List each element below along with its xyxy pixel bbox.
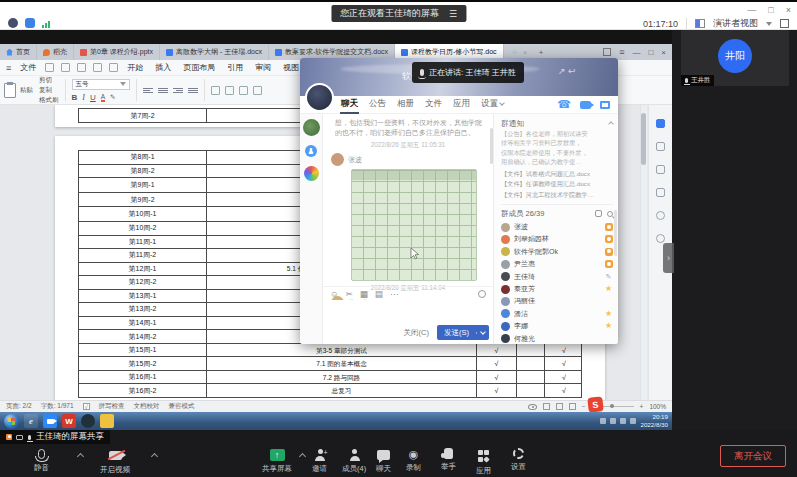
undo-icon[interactable] (93, 63, 102, 72)
wps-document-tab[interactable]: 第0章 课程介绍.pptx (74, 44, 160, 60)
zoom-level[interactable]: 100% (649, 403, 666, 410)
group-file-item[interactable]: 【文件】河北工程技术学院教学… (501, 190, 613, 200)
send-button[interactable]: 发送(S) (437, 325, 489, 340)
paste-icon[interactable] (4, 83, 16, 98)
ie-taskbar-icon[interactable]: e (24, 414, 38, 428)
group-session-avatar[interactable] (303, 119, 320, 136)
banner-menu-icon[interactable]: ☰ (449, 9, 457, 19)
paste-button[interactable]: 粘贴 (20, 86, 33, 95)
camera-options-caret[interactable] (151, 453, 158, 460)
history-icon[interactable] (656, 211, 665, 220)
ribbon-menu-item[interactable]: 审阅 (253, 61, 273, 74)
spreadsheet-image-message[interactable] (351, 169, 477, 281)
member-row[interactable]: 软件学院郭Ok (501, 246, 613, 258)
eye-protect-icon[interactable] (528, 404, 537, 410)
tray-icon[interactable] (620, 418, 626, 424)
shading-icon[interactable] (253, 86, 262, 95)
folder-taskbar-icon[interactable] (100, 414, 114, 428)
group-file-item[interactable]: 【文件】任课教师使用汇总.docx (501, 179, 613, 189)
record-button[interactable]: ◉ 录制 (406, 449, 421, 473)
chevron-down-icon[interactable] (766, 22, 772, 26)
comment-icon[interactable] (656, 119, 665, 128)
raise-hand-button[interactable]: 举手 (441, 448, 456, 472)
table-row[interactable]: 第16周-2 总复习 √ √ (79, 383, 581, 397)
pin-tab-icon[interactable]: ☆ (512, 48, 518, 56)
format-painter-button[interactable]: 格式刷 (39, 96, 59, 105)
meeting-taskbar-icon[interactable] (43, 414, 57, 428)
ribbon-menu-item[interactable]: 开始 (125, 61, 145, 74)
invite-button[interactable]: + 邀请 (312, 449, 327, 474)
chat-tab[interactable]: 相册 (396, 96, 415, 114)
message-input[interactable] (323, 300, 493, 320)
font-color-button[interactable]: A (101, 93, 105, 102)
close-tab-icon[interactable]: × (523, 49, 527, 56)
ribbon-menu-item[interactable]: 视图 (281, 61, 301, 74)
pen-icon[interactable] (656, 165, 665, 174)
rail-collapse-handle[interactable]: › (663, 243, 674, 273)
wps-taskbar-icon[interactable]: W (62, 414, 76, 428)
wps-document-tab[interactable]: 稻壳 (37, 44, 74, 60)
table-row[interactable]: 第16周-1 7.2 路与回路 √ √ (79, 370, 581, 384)
tab-list-icon[interactable]: ≡ (619, 47, 624, 57)
wps-document-tab[interactable]: 首页 (0, 44, 37, 60)
wps-promo-badge[interactable]: S (587, 396, 603, 412)
start-button[interactable] (4, 414, 19, 429)
camera-button[interactable]: 开启视频 (100, 449, 130, 475)
page-view-icon[interactable] (543, 403, 550, 410)
chat-button[interactable]: 聊天 (376, 449, 391, 474)
mute-options-caret[interactable] (77, 453, 84, 460)
wps-close-button[interactable]: × (661, 48, 666, 57)
tray-icon[interactable] (610, 418, 616, 424)
zoom-in-button[interactable]: + (640, 403, 644, 410)
member-row[interactable]: 冯丽佳 (501, 295, 613, 307)
file-menu[interactable]: 文件 (18, 61, 38, 74)
chat-tab[interactable]: 设置 (480, 96, 505, 114)
ribbon-menu-item[interactable]: 插入 (153, 61, 173, 74)
security-shield-icon[interactable] (25, 18, 35, 28)
participant-tile[interactable]: 井阳 王井胜 (681, 30, 789, 86)
group-avatar[interactable] (305, 83, 334, 112)
screen-share-icon[interactable] (600, 101, 610, 109)
members-button[interactable]: 成员(4) (342, 449, 366, 474)
cut-button[interactable]: 剪切 (39, 76, 59, 85)
wps-document-tab[interactable]: 离散数学大纲 - 王佳瑞.docx (160, 44, 269, 60)
search-icon[interactable] (607, 211, 613, 217)
italic-button[interactable]: I (82, 93, 85, 102)
collapse-icon[interactable] (608, 121, 614, 127)
save-icon[interactable] (45, 63, 54, 72)
main-menu-icon[interactable]: ≡ (6, 63, 11, 73)
chat-tab[interactable]: 应用 (452, 96, 471, 114)
chat-tab[interactable]: 聊天 (340, 96, 359, 114)
bold-button[interactable]: B (72, 93, 78, 102)
voice-call-icon[interactable]: ☎ (557, 99, 571, 110)
send-options-dropdown[interactable] (476, 332, 489, 334)
zoom-out-button[interactable]: − (582, 403, 586, 410)
split-view-icon[interactable] (603, 48, 611, 56)
proofread-label[interactable]: 文档校对 (134, 402, 160, 411)
table-row[interactable]: 第15周-2 7.1 图的基本概念 √ √ (79, 356, 581, 370)
table-row[interactable]: 第15周-1 第3-5 章部分测试 √ √ (79, 343, 581, 357)
member-row[interactable]: 刘翠娟园林 (501, 233, 613, 245)
wps-restore-button[interactable]: □ (648, 48, 653, 57)
underline-button[interactable]: U (90, 93, 96, 102)
outline-icon[interactable] (656, 188, 665, 197)
wps-minimize-button[interactable]: — (632, 48, 640, 57)
share-options-caret[interactable] (299, 453, 306, 460)
member-row[interactable]: 何雅光 (501, 332, 613, 344)
image-icon[interactable]: ▦ (360, 289, 368, 299)
font-size-select[interactable]: 五号 (72, 79, 130, 90)
screenshot-icon[interactable]: ✂ (346, 289, 353, 299)
restore-button[interactable]: □ (768, 5, 773, 15)
settings-button[interactable]: 设置 (511, 448, 526, 472)
chat-tab[interactable]: 文件 (424, 96, 443, 114)
member-row[interactable]: 王佳琦 (501, 270, 613, 282)
apps-button[interactable]: 应用 (476, 449, 491, 476)
meeting-info-icon[interactable] (8, 18, 18, 28)
chat-tab[interactable]: 公告 (368, 96, 387, 114)
ribbon-menu-item[interactable]: 页面布局 (181, 61, 217, 74)
panel-scrollbar[interactable] (614, 210, 617, 256)
spellcheck-checkbox[interactable]: √ (83, 403, 90, 410)
close-button[interactable]: × (786, 5, 791, 15)
fullscreen-icon[interactable] (780, 19, 789, 28)
align-center-button[interactable] (158, 88, 168, 93)
